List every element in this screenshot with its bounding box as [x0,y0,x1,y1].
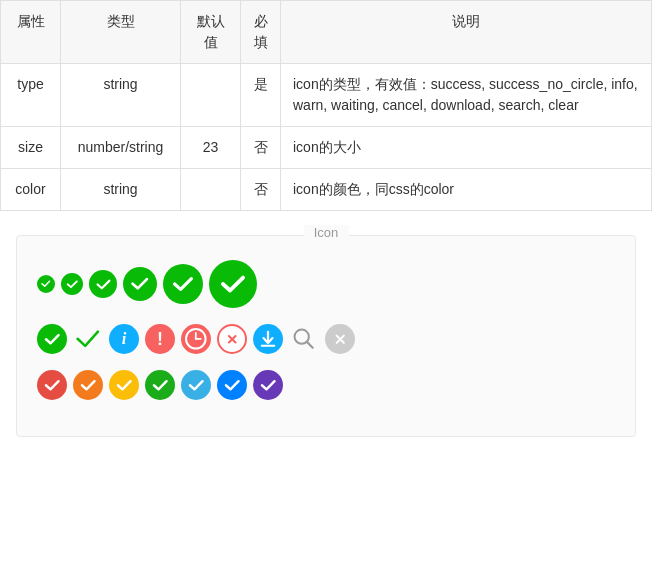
icon-check [181,370,211,400]
cell-desc: icon的颜色，同css的color [281,169,652,211]
col-type: 类型 [61,1,181,64]
col-desc: 说明 [281,1,652,64]
icon-check [253,370,283,400]
icon-download [253,324,283,354]
cell-type: string [61,64,181,127]
icon-check [209,260,257,308]
demo-title: Icon [304,225,349,240]
cell-default: 23 [181,127,241,169]
cell-default [181,169,241,211]
icon-check [61,273,83,295]
cell-default [181,64,241,127]
icon-check-plain [73,324,103,354]
cell-type: string [61,169,181,211]
cell-desc: icon的类型，有效值：success, success_no_circle, … [281,64,652,127]
icon-check [89,270,117,298]
icon-search [289,324,319,354]
cell-required: 否 [241,169,281,211]
icon-row-3 [37,370,615,400]
icon-check [37,275,55,293]
svg-line-8 [307,342,313,348]
icon-check [73,370,103,400]
cell-required: 否 [241,127,281,169]
cell-attr: type [1,64,61,127]
icon-check [37,370,67,400]
table-row: size number/string 23 否 icon的大小 [1,127,652,169]
cell-type: number/string [61,127,181,169]
col-default: 默认值 [181,1,241,64]
icon-check [163,264,203,304]
icon-clear [325,324,355,354]
icon-check-circle [37,324,67,354]
icon-check [109,370,139,400]
icon-check [123,267,157,301]
icon-row-1 [37,260,615,308]
table-row: color string 否 icon的颜色，同css的color [1,169,652,211]
table-row: type string 是 icon的类型，有效值：success, succe… [1,64,652,127]
col-attr: 属性 [1,1,61,64]
icon-waiting [181,324,211,354]
icon-cancel-outline [217,324,247,354]
icon-warn: ! [145,324,175,354]
icon-info: i [109,324,139,354]
icon-row-2: i! [37,324,615,354]
cell-attr: size [1,127,61,169]
cell-required: 是 [241,64,281,127]
cell-attr: color [1,169,61,211]
props-table: 属性 类型 默认值 必填 说明 type string 是 icon的类型，有效… [0,0,652,211]
icon-check [217,370,247,400]
cell-desc: icon的大小 [281,127,652,169]
demo-section: Icon i! [16,235,636,437]
col-required: 必填 [241,1,281,64]
icon-check [145,370,175,400]
